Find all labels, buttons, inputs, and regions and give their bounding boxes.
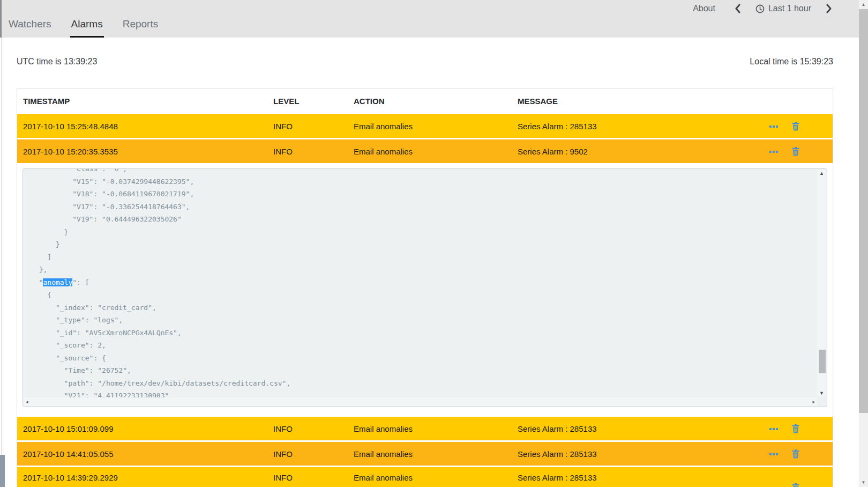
cell-timestamp: 2017-10-10 15:25:48.4848 (23, 122, 273, 131)
alarms-table: TIMESTAMP LEVEL ACTION MESSAGE 2017-10-1… (17, 88, 833, 487)
details-button[interactable] (769, 139, 792, 163)
time-range-next-button[interactable] (826, 4, 832, 13)
alarm-row-3[interactable]: 2017-10-10 15:01:09.099 INFO Email anoma… (17, 417, 833, 440)
left-edge-scroll-thumb[interactable] (0, 455, 5, 487)
time-range-label: Last 1 hour (768, 4, 811, 13)
left-edge-line (1, 38, 2, 487)
alarm-json-viewport: "Class": "0", "V15": "-0.037429944862239… (31, 169, 815, 397)
cell-timestamp: 2017-10-10 14:39:29.2929 (23, 473, 273, 482)
trash-icon (792, 147, 799, 156)
clock-icon (755, 4, 765, 13)
cell-level: INFO (273, 147, 354, 156)
delete-button[interactable] (792, 139, 833, 163)
tab-alarms[interactable]: Alarms (70, 18, 104, 38)
alarm-row-1[interactable]: 2017-10-10 15:25:48.4848 INFO Email anom… (17, 114, 833, 138)
alarm-row-4[interactable]: 2017-10-10 14:41:05.055 INFO Email anoma… (17, 442, 833, 466)
cell-timestamp: 2017-10-10 15:20:35.3535 (23, 147, 273, 156)
page-scroll-up-icon[interactable]: ▲ (859, 0, 868, 9)
tab-watchers[interactable]: Watchers (8, 18, 53, 38)
header-action: ACTION (354, 97, 518, 106)
cell-timestamp: 2017-10-10 14:41:05.055 (23, 449, 273, 459)
trash-icon (792, 122, 799, 131)
scroll-up-icon[interactable]: ▲ (819, 169, 824, 177)
time-range-picker[interactable]: Last 1 hour (755, 4, 811, 13)
details-button[interactable] (769, 114, 792, 138)
alarm-json-block: "Class": "0", "V15": "-0.037429944862239… (23, 168, 827, 407)
cell-level: INFO (273, 473, 354, 482)
cell-action: Email anomalies (354, 424, 518, 433)
alarm-row-2[interactable]: 2017-10-10 15:20:35.3535 INFO Email anom… (17, 139, 833, 163)
cell-action: Email anomalies (354, 147, 518, 156)
trash-icon (792, 424, 799, 433)
ellipsis-icon (769, 453, 778, 455)
code-horizontal-scrollbar[interactable]: ◂ ▸ (24, 397, 817, 406)
header-level: LEVEL (273, 97, 354, 106)
topbar: About Last 1 hour Watchers Alarms Report… (0, 0, 859, 38)
cell-level: INFO (273, 424, 354, 433)
alarm-json: "Class": "0", "V15": "-0.037429944862239… (31, 169, 815, 397)
time-info-row: UTC time is 13:39:23 Local time is 15:39… (17, 57, 833, 67)
page-scrollbar[interactable]: ▲ ▼ (859, 0, 868, 487)
table-header: TIMESTAMP LEVEL ACTION MESSAGE (17, 89, 833, 113)
header-message: MESSAGE (518, 97, 769, 106)
cell-message: Series Alarm : 285133 (518, 424, 769, 433)
about-link[interactable]: About (693, 4, 715, 13)
scroll-right-icon[interactable]: ▸ (812, 399, 815, 404)
trash-icon (792, 449, 799, 459)
topbar-right-controls: About Last 1 hour (693, 4, 832, 13)
scroll-left-icon[interactable]: ◂ (26, 399, 28, 404)
cell-message: Series Alarm : 285133 (518, 473, 769, 482)
alarm-detail-panel: "Class": "0", "V15": "-0.037429944862239… (17, 163, 833, 415)
delete-button[interactable] (792, 114, 833, 138)
cell-timestamp: 2017-10-10 15:01:09.099 (23, 424, 273, 433)
cell-action: Email anomalies (354, 473, 518, 482)
selection-highlight: anomaly (43, 278, 72, 286)
chevron-right-icon (826, 4, 832, 13)
main-content: UTC time is 13:39:23 Local time is 15:39… (17, 38, 833, 487)
page-scroll-down-icon[interactable]: ▼ (859, 478, 868, 487)
delete-button[interactable] (792, 417, 833, 440)
cell-level: INFO (273, 122, 354, 131)
cell-level: INFO (273, 449, 354, 459)
details-button[interactable] (769, 417, 792, 440)
time-range-prev-button[interactable] (735, 4, 741, 13)
cell-message: Series Alarm : 9502 (518, 147, 769, 156)
cell-action: Email anomalies (354, 122, 518, 131)
left-edge-divider (0, 0, 2, 38)
details-button[interactable] (769, 442, 792, 466)
delete-button[interactable] (792, 442, 833, 466)
cell-message: Series Alarm : 285133 (518, 122, 769, 131)
cell-message: Series Alarm : 285133 (518, 449, 769, 459)
alarm-row-5[interactable]: 2017-10-10 14:39:29.2929 INFO Email anom… (17, 467, 833, 487)
ellipsis-icon (769, 151, 778, 153)
scroll-down-icon[interactable]: ▼ (819, 389, 824, 397)
header-timestamp: TIMESTAMP (23, 97, 273, 106)
details-button[interactable] (769, 473, 792, 487)
nav-tabs: Watchers Alarms Reports (8, 18, 159, 38)
code-vertical-scrollbar-thumb[interactable] (819, 350, 826, 373)
ellipsis-icon (769, 126, 778, 128)
cell-action: Email anomalies (354, 449, 518, 459)
page-scrollbar-thumb[interactable] (859, 9, 868, 413)
ellipsis-icon (769, 428, 778, 430)
chevron-left-icon (735, 4, 741, 13)
tab-reports[interactable]: Reports (122, 18, 160, 38)
trash-icon (792, 483, 799, 487)
local-time-label: Local time is 15:39:23 (750, 57, 833, 67)
utc-time-label: UTC time is 13:39:23 (17, 57, 97, 67)
delete-button[interactable] (792, 473, 833, 487)
